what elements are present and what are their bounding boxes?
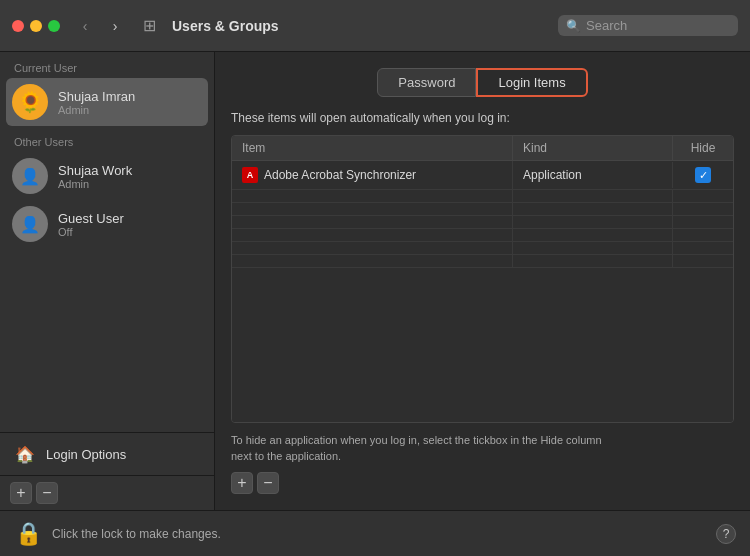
acrobat-icon: A [242,167,258,183]
items-table: Item Kind Hide A Adobe Acrobat Synchroni… [231,135,734,423]
col-kind: Kind [513,136,673,160]
empty-row-5 [232,242,733,255]
grid-icon: ⊞ [138,15,160,37]
search-icon: 🔍 [566,19,581,33]
right-panel: Password Login Items These items will op… [215,52,750,510]
col-hide: Hide [673,136,733,160]
sidebar: Current User 🌻 Shujaa Imran Admin Other … [0,52,215,510]
login-options-button[interactable]: 🏠 Login Options [0,432,214,475]
other-user-avatar-0: 👤 [12,158,48,194]
login-options-icon: 🏠 [14,443,36,465]
lock-icon[interactable]: 🔒 [14,520,42,548]
current-user-name: Shujaa Imran [58,89,135,104]
back-button[interactable]: ‹ [74,15,96,37]
titlebar: ‹ › ⊞ Users & Groups 🔍 [0,0,750,52]
description: These items will open automatically when… [231,111,734,125]
row-item-kind: Application [513,162,673,188]
close-button[interactable] [12,20,24,32]
main-content: Current User 🌻 Shujaa Imran Admin Other … [0,52,750,510]
other-user-info-0: Shujaa Work Admin [58,163,132,190]
forward-button[interactable]: › [104,15,126,37]
other-user-item-1[interactable]: 👤 Guest User Off [0,200,214,248]
minimize-button[interactable] [30,20,42,32]
current-user-item[interactable]: 🌻 Shujaa Imran Admin [6,78,208,126]
window-title: Users & Groups [172,18,550,34]
table-body: A Adobe Acrobat Synchronizer Application… [232,161,733,422]
col-item: Item [232,136,513,160]
tabs: Password Login Items [231,68,734,97]
add-item-button[interactable]: + [231,472,253,494]
tab-password[interactable]: Password [377,68,476,97]
add-user-button[interactable]: + [10,482,32,504]
other-user-name-0: Shujaa Work [58,163,132,178]
panel-actions: + − [231,472,734,494]
row-item-hide[interactable]: ✓ [673,161,733,189]
help-button[interactable]: ? [716,524,736,544]
search-bar: 🔍 [558,15,738,36]
sidebar-actions: + − [0,475,214,510]
other-users-label: Other Users [0,126,214,152]
empty-row-6 [232,255,733,268]
other-user-name-1: Guest User [58,211,124,226]
maximize-button[interactable] [48,20,60,32]
row-item-text: Adobe Acrobat Synchronizer [264,168,416,182]
current-user-info: Shujaa Imran Admin [58,89,135,116]
row-item-name: A Adobe Acrobat Synchronizer [232,161,513,189]
table-header: Item Kind Hide [232,136,733,161]
empty-row-3 [232,216,733,229]
remove-user-button[interactable]: − [36,482,58,504]
empty-row-1 [232,190,733,203]
empty-row-4 [232,229,733,242]
tab-login-items[interactable]: Login Items [476,68,587,97]
footer-note: To hide an application when you log in, … [231,433,734,464]
current-user-label: Current User [0,52,214,78]
other-user-role-1: Off [58,226,124,238]
search-input[interactable] [586,18,730,33]
table-row: A Adobe Acrobat Synchronizer Application… [232,161,733,190]
other-user-item-0[interactable]: 👤 Shujaa Work Admin [0,152,214,200]
other-user-role-0: Admin [58,178,132,190]
login-options-label: Login Options [46,447,126,462]
traffic-lights [12,20,60,32]
other-user-avatar-1: 👤 [12,206,48,242]
other-user-info-1: Guest User Off [58,211,124,238]
lock-text: Click the lock to make changes. [52,527,706,541]
remove-item-button[interactable]: − [257,472,279,494]
empty-row-2 [232,203,733,216]
hide-checkbox[interactable]: ✓ [695,167,711,183]
current-user-role: Admin [58,104,135,116]
current-user-avatar: 🌻 [12,84,48,120]
bottom-bar: 🔒 Click the lock to make changes. ? [0,510,750,556]
